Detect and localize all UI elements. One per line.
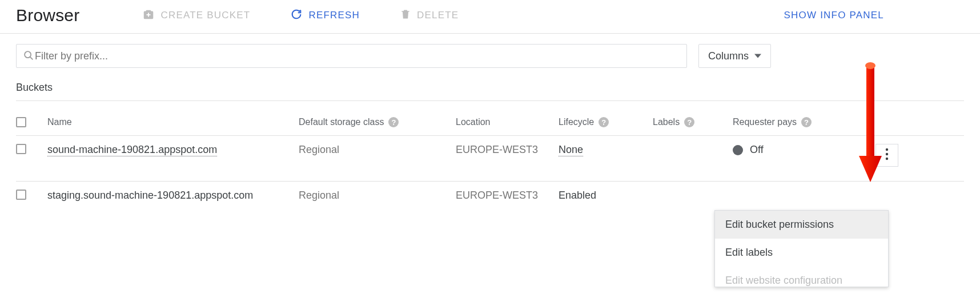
caret-down-icon (754, 50, 761, 62)
refresh-label: REFRESH (308, 10, 360, 21)
requester-pays-value: Off (750, 144, 764, 156)
table-header: Name Default storage class? Location Lif… (16, 101, 964, 136)
search-icon (22, 49, 35, 63)
lifecycle-link[interactable]: Enabled (559, 190, 653, 202)
select-all-checkbox[interactable] (16, 117, 26, 127)
lifecycle-link[interactable]: None (559, 144, 583, 156)
annotation-arrow-icon (857, 60, 884, 187)
svg-point-2 (886, 148, 888, 150)
svg-point-0 (25, 51, 31, 58)
filter-input-container[interactable] (16, 44, 687, 68)
col-lifecycle-header: Lifecycle? (559, 117, 609, 127)
col-requester-pays-header: Requester pays? (733, 117, 812, 127)
delete-label: DELETE (417, 10, 459, 21)
location-value: EUROPE-WEST3 (456, 144, 559, 156)
bucket-name-link[interactable]: staging.sound-machine-190821.appspot.com (47, 190, 299, 202)
help-icon[interactable]: ? (684, 117, 694, 127)
col-name-header[interactable]: Name (47, 117, 72, 127)
trash-icon (400, 8, 411, 23)
more-vert-icon (885, 148, 889, 163)
top-action-bar: Browser CREATE BUCKET REFRESH DELETE SHO… (0, 0, 980, 34)
bucket-name-link[interactable]: sound-machine-190821.appspot.com (47, 144, 217, 156)
columns-dropdown[interactable]: Columns (698, 44, 771, 68)
help-icon[interactable]: ? (388, 117, 399, 127)
filter-input[interactable] (35, 50, 681, 62)
row-checkbox[interactable] (16, 144, 26, 154)
delete-button[interactable]: DELETE (400, 8, 459, 23)
col-location-header: Location (456, 117, 491, 127)
storage-class-value: Regional (299, 190, 456, 202)
storage-class-value: Regional (299, 144, 456, 156)
svg-point-3 (886, 152, 888, 155)
row-checkbox[interactable] (16, 190, 26, 200)
menu-item-edit-website-config[interactable]: Edit website configuration (715, 267, 888, 287)
menu-item-edit-labels[interactable]: Edit labels (715, 239, 888, 267)
table-row: sound-machine-190821.appspot.com Regiona… (16, 136, 964, 182)
toggle-knob-icon (733, 145, 743, 155)
show-info-panel-button[interactable]: SHOW INFO PANEL (784, 10, 964, 21)
page-title: Browser (16, 6, 79, 25)
col-storage-class-header: Default storage class? (299, 117, 399, 127)
svg-point-4 (886, 157, 888, 159)
buckets-section-label: Buckets (0, 73, 980, 100)
filter-row: Columns (0, 34, 980, 73)
refresh-button[interactable]: REFRESH (290, 8, 360, 23)
columns-label: Columns (708, 50, 749, 62)
help-icon[interactable]: ? (599, 117, 609, 127)
create-bucket-label: CREATE BUCKET (160, 10, 250, 21)
menu-item-edit-permissions[interactable]: Edit bucket permissions (715, 211, 888, 239)
requester-pays-toggle[interactable]: Off (733, 144, 764, 156)
svg-point-6 (865, 62, 875, 69)
location-value: EUROPE-WEST3 (456, 190, 559, 202)
create-bucket-button[interactable]: CREATE BUCKET (142, 8, 250, 23)
row-actions-menu: Edit bucket permissions Edit labels Edit… (714, 210, 889, 287)
svg-rect-5 (866, 63, 874, 160)
buckets-table: Name Default storage class? Location Lif… (0, 101, 980, 227)
svg-line-1 (30, 57, 33, 59)
col-labels-header: Labels? (653, 117, 694, 127)
help-icon[interactable]: ? (801, 117, 812, 127)
refresh-icon (290, 8, 303, 23)
bucket-plus-icon (142, 8, 155, 23)
